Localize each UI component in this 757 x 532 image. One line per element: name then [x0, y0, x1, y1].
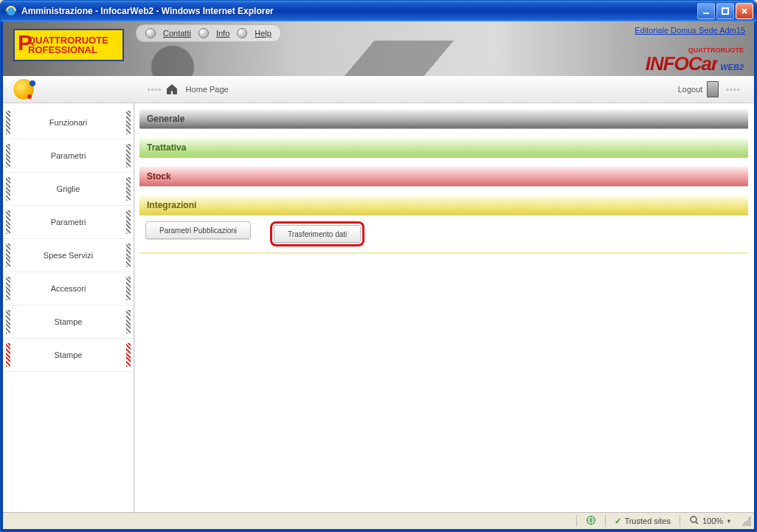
domus-link[interactable]: Editoriale Domus Sede Adm15 [635, 26, 745, 35]
section-header[interactable]: Integrazioni [139, 196, 748, 215]
bullet-icon [145, 28, 156, 38]
trusted-sites-text: Trusted sites [624, 517, 671, 525]
logout-link[interactable]: Logout [678, 85, 703, 94]
brand-logo: P QUATTRORUOTE ROFESSIONAL [13, 29, 124, 61]
server-icon [707, 81, 719, 97]
help-link[interactable]: Help [255, 29, 272, 38]
content-frame: P QUATTRORUOTE ROFESSIONAL Contatti Info… [1, 21, 756, 531]
sidebar-item-griglie[interactable]: Griglie [3, 173, 134, 206]
sidebar-item-label: Spese Servizi [3, 251, 134, 260]
domus-text: Editoriale Domus Sede Adm15 [635, 26, 745, 35]
trasferimento-dati-button[interactable]: Trasferimento dati [274, 225, 361, 243]
maximize-button[interactable] [716, 3, 734, 19]
resize-grip-icon[interactable] [741, 516, 751, 526]
infocar-web: WEB2 [720, 63, 744, 72]
sidebar: Funzionari Parametri Griglie Parametri S… [3, 103, 134, 512]
breadcrumb-row: ▪▪▪▪ Home Page Logout ▪▪▪▪ [3, 76, 754, 103]
admin-gear-icon[interactable] [13, 79, 34, 100]
sidebar-item-label: Parametri [3, 151, 134, 160]
sidebar-item-parametri[interactable]: Parametri [3, 139, 134, 173]
ie-icon [5, 5, 17, 17]
parametri-pubblicazioni-button[interactable]: Parametri Pubblicazioni [145, 221, 251, 239]
minimize-button[interactable] [697, 3, 715, 19]
svg-rect-2 [722, 8, 728, 14]
magnifier-icon [689, 515, 699, 527]
sidebar-item-label: Funzionari [3, 118, 134, 127]
sidebar-item-accessori[interactable]: Accessori [3, 272, 134, 305]
logo-line-2: ROFESSIONAL [28, 45, 122, 55]
sidebar-item-stampe[interactable]: Stampe [3, 305, 134, 339]
sidebar-item-label: Stampe [3, 350, 134, 359]
top-links: Contatti Info Help [136, 24, 281, 42]
window-title: Amministrazione - InfocarWeb2 - Windows … [21, 6, 697, 16]
section-integrazioni: Integrazioni Parametri Pubblicazioni Tra… [139, 196, 748, 254]
section-trattativa[interactable]: Trattativa [139, 138, 748, 158]
sidebar-item-stampe-2[interactable]: Stampe [3, 339, 134, 372]
bullet-icon [237, 28, 247, 38]
statusbar: ✓ Trusted sites 100% ▼ [3, 512, 754, 529]
svg-point-4 [691, 517, 696, 522]
close-button[interactable] [736, 3, 753, 19]
titlebar: Amministrazione - InfocarWeb2 - Windows … [1, 1, 756, 21]
dots-icon: ▪▪▪▪ [726, 85, 741, 94]
banner-deco [136, 41, 636, 76]
bullet-icon [198, 28, 209, 38]
dots-icon: ▪▪▪▪ [148, 85, 162, 94]
home-icon[interactable] [165, 83, 179, 96]
info-link[interactable]: Info [216, 29, 229, 38]
infocar-logo: QUATTRORUOTE INFOCar WEB2 [646, 47, 744, 73]
svg-line-5 [696, 522, 698, 524]
contatti-link[interactable]: Contatti [163, 29, 191, 38]
svg-rect-1 [703, 13, 709, 14]
infocar-big: INFOCar [646, 52, 718, 75]
globe-icon [586, 515, 596, 527]
zoom-value: 100% [702, 517, 723, 525]
section-header: Trattativa [139, 138, 748, 158]
sidebar-item-parametri-2[interactable]: Parametri [3, 206, 134, 239]
section-stock[interactable]: Stock [139, 167, 748, 187]
sidebar-item-label: Parametri [3, 218, 134, 227]
breadcrumb-home[interactable]: Home Page [186, 85, 229, 94]
security-zone[interactable]: ✓ Trusted sites [610, 517, 675, 526]
sidebar-item-label: Griglie [3, 184, 134, 193]
banner: P QUATTRORUOTE ROFESSIONAL Contatti Info… [3, 21, 754, 76]
content: Generale Trattativa Stock Integrazioni P… [134, 103, 754, 512]
sidebar-item-spese-servizi[interactable]: Spese Servizi [3, 239, 134, 272]
check-icon: ✓ [615, 517, 621, 526]
zoom-control[interactable]: 100% ▼ [685, 515, 736, 527]
sidebar-item-label: Accessori [3, 284, 134, 293]
section-header: Generale [139, 109, 748, 129]
window: Amministrazione - InfocarWeb2 - Windows … [0, 0, 757, 532]
main-area: Funzionari Parametri Griglie Parametri S… [3, 103, 754, 512]
sidebar-item-funzionari[interactable]: Funzionari [3, 106, 134, 139]
highlight-ring: Trasferimento dati [270, 221, 364, 246]
dropdown-icon: ▼ [726, 518, 732, 525]
section-header: Stock [139, 167, 748, 187]
section-generale[interactable]: Generale [139, 109, 748, 129]
sidebar-item-label: Stampe [3, 317, 134, 326]
